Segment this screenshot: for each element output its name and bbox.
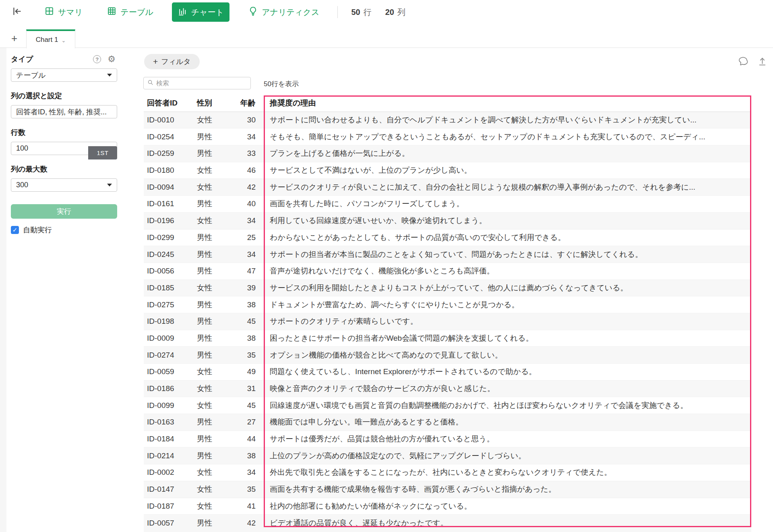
grid-2x2-icon: [44, 6, 54, 18]
cell-id: ID-0198: [144, 317, 197, 326]
tab-chart-1[interactable]: Chart 1 ⌄: [26, 29, 75, 48]
row-limit-input[interactable]: [16, 144, 85, 153]
columns-setting-field[interactable]: [11, 105, 117, 118]
table-row: ID-0196 女性 34 利用している回線速度が遅いせいか、映像が途切れてしま…: [144, 213, 751, 230]
nav-table[interactable]: テーブル: [101, 2, 159, 22]
search-input[interactable]: [156, 80, 247, 87]
cell-gender: 女性: [197, 165, 234, 176]
cell-age: 34: [234, 132, 256, 141]
cell-reason: ビデオ通話の品質が良く、遅延も少なかったです。: [256, 518, 751, 528]
table-row: ID-0099 女性 45 回線速度が遅い環境でも画質と音質の自動調整機能のおか…: [144, 397, 751, 414]
cell-gender: 女性: [197, 115, 234, 125]
cell-age: 42: [234, 183, 256, 192]
header-gender: 性別: [197, 98, 234, 108]
cell-age: 38: [234, 334, 256, 343]
add-chart-tab-button[interactable]: +: [11, 33, 17, 44]
cell-gender: 男性: [197, 249, 234, 260]
add-filter-button[interactable]: + フィルタ: [144, 54, 200, 69]
grid-3x3-icon: [107, 6, 117, 18]
first-rows-badge[interactable]: 1ST: [88, 146, 117, 159]
cell-gender: 女性: [197, 484, 234, 495]
header-reason: 推奨度の理由: [256, 98, 751, 108]
caret-down-icon: [107, 74, 112, 77]
cell-id: ID-0094: [144, 183, 197, 192]
table-header-row: 回答者ID 性別 年齢 推奨度の理由: [144, 95, 751, 112]
cell-age: 34: [234, 468, 256, 477]
search-icon: [147, 79, 153, 87]
nav-analytics[interactable]: アナリティクス: [242, 2, 325, 22]
nav-summary[interactable]: サマリ: [39, 2, 88, 22]
cell-gender: 男性: [197, 518, 234, 528]
cell-age: 45: [234, 401, 256, 410]
table-row: ID-0245 男性 34 サポートの担当者が本当に製品のことをよく知っていて、…: [144, 246, 751, 263]
max-columns-select[interactable]: 300: [11, 178, 117, 192]
row-count: 50 行: [351, 7, 372, 18]
add-filter-label: フィルタ: [161, 57, 191, 66]
left-rail: [0, 48, 6, 532]
cell-reason: ドキュメントが豊富なため、調べたらすぐにやりたいことが見つかる。: [256, 300, 751, 310]
table-row: ID-0214 男性 38 上位のプランが高めの価格設定なので、気軽にアップグレ…: [144, 447, 751, 464]
cell-reason: 音声が途切れないだけでなく、機能強化が多いところも高評価。: [256, 266, 751, 276]
columns-setting-label: 列の選択と設定: [11, 91, 117, 101]
cell-age: 35: [234, 485, 256, 494]
bar-chart-icon: [178, 6, 188, 18]
cell-id: ID-0184: [144, 435, 197, 443]
autorun-label: 自動実行: [23, 225, 52, 235]
chevron-down-icon: ⌄: [61, 37, 66, 43]
gear-icon[interactable]: ⚙: [107, 55, 116, 63]
cell-age: 34: [234, 250, 256, 259]
cell-age: 40: [234, 199, 256, 208]
max-columns-label: 列の最大数: [11, 164, 117, 174]
cell-reason: サポートは優秀だが、品質は競合他社の方が優れていると思う。: [256, 434, 751, 444]
tab-chart-1-label: Chart 1: [36, 36, 58, 44]
cell-id: ID-0147: [144, 485, 197, 494]
cell-reason: 画面を共有する機能で成果物を報告する時、画質が悪くみづらいと指摘があった。: [256, 484, 751, 495]
cell-reason: 上位のプランが高めの価格設定なので、気軽にアップグレードしづらい。: [256, 451, 751, 461]
cell-age: 47: [234, 267, 256, 275]
type-select[interactable]: テーブル: [11, 68, 117, 82]
nav-chart[interactable]: チャート: [172, 2, 229, 22]
cell-age: 33: [234, 149, 256, 158]
cell-id: ID-0186: [144, 384, 197, 393]
cell-gender: 男性: [197, 199, 234, 209]
run-button[interactable]: 実行: [11, 204, 117, 219]
table-search[interactable]: [143, 77, 251, 89]
cell-reason: サポートの担当者が本当に製品のことをよく知っていて、問題があったときには、すぐに…: [256, 249, 751, 260]
nav-summary-label: サマリ: [58, 7, 83, 18]
cell-age: 41: [234, 502, 256, 511]
cell-gender: 女性: [197, 215, 234, 226]
cell-reason: 問題なく使えているし、Internet Explorerがサポートされているので…: [256, 366, 751, 377]
result-table: 回答者ID 性別 年齢 推奨度の理由 ID-0010 女性 30 サポートに問い…: [144, 95, 751, 532]
table-row: ID-0274 男性 35 オプション機能の価格が競合と比べて高めなので見直して…: [144, 347, 751, 364]
header-respondent-id: 回答者ID: [144, 98, 197, 108]
table-row: ID-0180 女性 46 サービスとして不満はないが、上位のプランが少し高い。: [144, 162, 751, 179]
comment-icon[interactable]: [738, 56, 748, 68]
collapse-back-button[interactable]: [8, 3, 26, 21]
cell-gender: 女性: [197, 467, 234, 478]
cell-reason: 外出先で取引先と会議をすることになったが、社内にいるときと変わらないクオリティで…: [256, 467, 751, 478]
cell-gender: 男性: [197, 300, 234, 310]
cell-id: ID-0185: [144, 284, 197, 292]
cell-id: ID-0254: [144, 132, 197, 141]
table-row: ID-0161 男性 40 画面を共有した時に、パソコンがフリーズしてしまう。: [144, 196, 751, 213]
autorun-checkbox[interactable]: ✓: [11, 226, 19, 234]
columns-setting-input[interactable]: [16, 108, 112, 116]
row-limit-label: 行数: [11, 128, 117, 137]
column-count: 20 列: [385, 7, 405, 18]
cell-age: 39: [234, 284, 256, 292]
cell-id: ID-0163: [144, 418, 197, 426]
nav-chart-label: チャート: [191, 7, 224, 18]
cell-age: 49: [234, 367, 256, 376]
table-row: ID-0299 男性 25 わからないことがあったとしても、サポートの品質が高い…: [144, 230, 751, 246]
help-icon[interactable]: ?: [93, 55, 101, 63]
table-row: ID-0275 男性 38 ドキュメントが豊富なため、調べたらすぐにやりたいこと…: [144, 296, 751, 313]
cell-age: 45: [234, 317, 256, 326]
cell-age: 46: [234, 166, 256, 175]
cell-gender: 女性: [197, 366, 234, 377]
cell-id: ID-0009: [144, 334, 197, 343]
cell-id: ID-0187: [144, 502, 197, 511]
upload-icon[interactable]: [757, 56, 767, 68]
cell-gender: 男性: [197, 148, 234, 159]
type-select-value: テーブル: [16, 70, 45, 80]
table-row: ID-0254 男性 34 そもそも、簡単にセットアップできるということもあるが…: [144, 128, 751, 145]
